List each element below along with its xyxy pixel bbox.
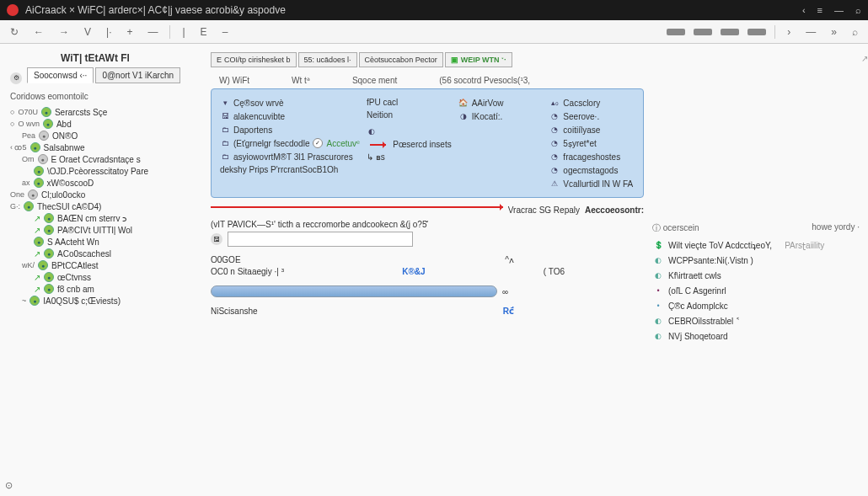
panel-row[interactable]: ◔coitiílyase: [549, 123, 635, 136]
tree-item[interactable]: ●S AActeht Wn: [10, 236, 207, 248]
tree-item[interactable]: ●\OJD.Pcèoresscitatoy Pare: [10, 165, 207, 177]
tb-add[interactable]: +: [123, 24, 136, 40]
item-text: NVj Shoqetoard: [668, 332, 728, 341]
panel-row[interactable]: 🏠AAirVow: [458, 96, 544, 109]
tree-item[interactable]: Om●E Oraet Ccvradsntaçe s: [10, 153, 207, 165]
panel-row[interactable]: ◔Seerove·.: [549, 109, 635, 123]
settings-icon[interactable]: ⚙: [10, 72, 22, 84]
row-text: Seerove·.: [563, 112, 599, 121]
item-icon: 💲: [652, 239, 664, 251]
panel-row[interactable]: Neition: [367, 109, 452, 121]
row1-l: O0GOE: [211, 255, 241, 264]
menu-icon[interactable]: ≡: [817, 5, 822, 15]
tb-r4[interactable]: ⌕: [849, 24, 861, 40]
tree-item[interactable]: ↗●BAŒN cm sterrv ɔ: [10, 212, 207, 224]
tree-item[interactable]: Pea●ON®O: [10, 130, 207, 141]
status-dot-icon: ●: [30, 142, 40, 152]
tree-item[interactable]: ↗●ACo0scachesl: [10, 248, 207, 259]
tab-main[interactable]: Sooconwsd ‹··: [27, 67, 94, 83]
tree-label: Cl;ulo0ocko: [41, 190, 85, 200]
tb-e[interactable]: E: [197, 24, 211, 40]
status-dot-icon: ●: [24, 201, 34, 211]
tb-dash2[interactable]: –: [219, 24, 232, 40]
tb-r2[interactable]: —: [802, 24, 819, 40]
right-panel: ⓘ ocerscein howe yordy · 💲Wilt vieçte To…: [649, 44, 868, 496]
right-item[interactable]: ◐CEBROilsstrablel ˂: [652, 313, 860, 328]
trail-row: Vracrac SG Repaly Aeccoeosontr:: [211, 205, 644, 215]
tb-fwd[interactable]: →: [56, 24, 72, 40]
status-dot-icon: ●: [29, 296, 40, 306]
lt-0[interactable]: ECOI/tp cirishesket b: [211, 52, 297, 67]
right-item[interactable]: •(oľL C Asgerinrl: [652, 283, 860, 298]
tb-r1[interactable]: ›: [784, 24, 794, 40]
sidebar: WiT| tEtAWt Fl ⚙ Sooconwsd ‹·· 0@nort V1…: [0, 44, 207, 496]
status-dot-icon: ●: [28, 189, 38, 200]
panel-row[interactable]: 🗀Daportens: [220, 123, 360, 136]
resize-icon[interactable]: ↗: [861, 54, 868, 63]
row-text: Neition: [367, 110, 393, 120]
panel-row[interactable]: ◑IKocatí:.: [458, 109, 544, 123]
tree-item[interactable]: ○O70U●Serarcsts Sçe: [10, 106, 207, 118]
panel-row[interactable]: ▴₀Cacsclory: [549, 96, 635, 109]
right-item[interactable]: ◐WCPPsante:Ni(.Vistn ): [652, 253, 860, 268]
tb-pipe2[interactable]: |: [179, 24, 188, 40]
tree-item[interactable]: ○O wvn●Abd: [10, 118, 207, 130]
row-text: Vcallurtidl lN W FA: [563, 179, 633, 189]
panel-row[interactable]: ▾Cę®sov wrvè: [220, 96, 360, 109]
row-icon: ◔: [549, 152, 560, 162]
panel-row[interactable]: fPU cacl: [367, 96, 452, 109]
panel-row[interactable]: 🗀asyiowovrtM®T 3l1 Prascurores: [220, 150, 360, 163]
right-item[interactable]: •Ç®c Adomplckc: [652, 298, 860, 313]
tb-r3[interactable]: »: [828, 24, 840, 40]
lt-3[interactable]: ▣WEIP WTN ˑ·: [445, 52, 512, 67]
tree-item[interactable]: ‹ ꝏ5●Salsabnwe: [10, 141, 207, 153]
row-icon: ⚠: [549, 179, 560, 189]
right-item[interactable]: 💲Wilt vieçte ToV AcdcctiʇeoY, PArsʈaiili…: [652, 237, 860, 253]
tree-item[interactable]: ↗●PA®CIVt UITTl| Wol: [10, 224, 207, 236]
tree-item[interactable]: ~●IA0QSU$ c;Œviests): [10, 295, 207, 307]
tb-refresh[interactable]: ↻: [7, 24, 22, 40]
row-icon: ◐: [367, 126, 377, 136]
tree-item[interactable]: G·:●ThecSUl сA©D4): [10, 200, 207, 212]
search-icon[interactable]: ⌕: [855, 5, 861, 15]
path-input[interactable]: [228, 232, 413, 247]
panel-row[interactable]: 🗀(Eťgrnelgr fsecdodle✓Accetuvᵉ: [220, 136, 360, 150]
row-text: IKocatí:.: [472, 112, 503, 121]
tb-back[interactable]: ←: [30, 24, 47, 40]
right-item[interactable]: ◐NVj Shoqetoard: [652, 328, 860, 344]
tree-item[interactable]: ↗●f8 cnb am: [10, 283, 207, 295]
panel-row[interactable]: Pœsercd insets: [367, 138, 452, 151]
panel-row[interactable]: ◔ogecmstagods: [549, 163, 635, 177]
panel-row[interactable]: ◐: [367, 125, 452, 138]
tb-pipe[interactable]: |·: [103, 24, 115, 40]
tree-item[interactable]: wK/●BPtCCAtlest: [10, 259, 207, 271]
panel-row[interactable]: [458, 130, 544, 133]
lt-2[interactable]: Cèotsuccabon Pector: [359, 52, 443, 67]
tree-item[interactable]: ↗●œCtvnss: [10, 271, 207, 283]
tree-item[interactable]: One●Cl;ulo0ocko: [10, 189, 207, 200]
last-r[interactable]: Rc̈́: [503, 307, 514, 316]
panel-row[interactable]: ◔5ṣyret*et: [549, 136, 635, 150]
tb-v[interactable]: V: [81, 24, 94, 40]
lt-1[interactable]: 55: ucādoes l·: [298, 52, 357, 67]
panel-row[interactable]: ↳ ʙs: [367, 151, 452, 163]
tb-dash[interactable]: —: [144, 24, 161, 40]
bp-c3: 🏠AAirVow◑IKocatí:.: [458, 96, 544, 190]
tree-label: \OJD.Pcèoresscitatoy Pare: [47, 167, 148, 176]
row1-r: ^ʌ: [505, 255, 514, 264]
row-text: Daportens: [233, 125, 272, 135]
trail-left: Vracrac SG Repaly: [508, 205, 580, 215]
panel-row[interactable]: 🖫alakencuvibte: [220, 109, 360, 123]
row2-mid[interactable]: K®&J: [402, 267, 425, 276]
right-item[interactable]: ◐Kf\irtraett cwls: [652, 268, 860, 283]
panel-row[interactable]: ⚠Vcallurtidl lN W FA: [549, 177, 635, 190]
red-arrow-icon: [370, 144, 386, 146]
tab-second[interactable]: 0@nort V1 iKarchn: [95, 67, 180, 83]
back-icon[interactable]: ‹: [802, 5, 806, 15]
minimize-icon[interactable]: —: [834, 5, 844, 15]
tree-item[interactable]: ax●xW©oscooD: [10, 177, 207, 189]
panel-row[interactable]: ◔fracageshostes: [549, 150, 635, 163]
progress-bar[interactable]: [211, 285, 497, 297]
panel-row[interactable]: dekshy Prips P'rrcrantSocB1Oh: [220, 163, 360, 176]
item-text: Wilt vieçte ToV AcdcctiʇeoY,: [668, 241, 772, 250]
